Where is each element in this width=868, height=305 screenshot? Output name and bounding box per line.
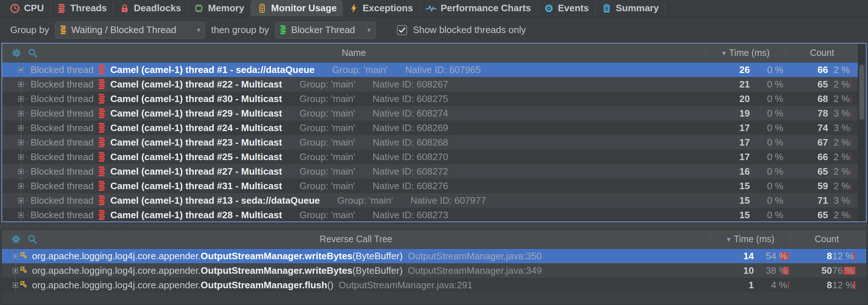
count-percent-value: 2 % xyxy=(828,79,853,90)
backtrace-arrow-icon xyxy=(19,251,29,261)
name-column-header[interactable]: Name xyxy=(2,48,706,58)
time-column-header[interactable]: ▾ Time (ms) xyxy=(711,234,791,244)
blocked-thread-row[interactable]: Blocked thread Camel (camel-1) thread #1… xyxy=(2,193,858,208)
tree-stub xyxy=(24,127,29,128)
backtrace-arrow-icon xyxy=(19,280,29,290)
count-column-header[interactable]: Count xyxy=(786,48,858,58)
time-percent-cell: 38 % xyxy=(754,265,790,276)
blocked-threads-table: Name ▾ Time (ms) Count Blocked thread xyxy=(1,43,867,222)
blocked-thread-row[interactable]: Blocked thread Camel (camel-1) thread #3… xyxy=(2,92,858,106)
expand-plus-icon[interactable] xyxy=(18,140,24,145)
count-percent-cell: 3 % xyxy=(828,122,853,134)
time-percent-cell: 0 % xyxy=(750,64,786,76)
tab-summary[interactable]: Summary xyxy=(595,0,665,16)
expand-plus-icon[interactable] xyxy=(18,67,24,73)
blocked-thread-row[interactable]: Blocked thread Camel (camel-1) thread #2… xyxy=(2,208,858,221)
count-percent-value: 76 % xyxy=(832,265,857,276)
count-value: 8 xyxy=(790,251,832,262)
time-percent-value: 0 % xyxy=(750,180,786,192)
row-type-label: Blocked thread xyxy=(31,180,93,192)
search-icon[interactable] xyxy=(28,48,38,58)
checkmark-icon xyxy=(399,28,405,32)
expand-plus-icon[interactable] xyxy=(13,268,18,273)
count-value: 65 xyxy=(786,210,828,221)
blocked-thread-row[interactable]: Blocked thread Camel (camel-1) thread #2… xyxy=(2,164,858,179)
time-column-header[interactable]: ▾ Time (ms) xyxy=(706,48,786,58)
count-percent-value: 2 % xyxy=(828,64,853,76)
expand-plus-icon[interactable] xyxy=(13,282,18,288)
time-percent-value: 38 % xyxy=(754,265,790,276)
row-type-label: Blocked thread xyxy=(31,79,93,90)
view-settings-gear-icon[interactable] xyxy=(11,234,21,245)
blocked-thread-row[interactable]: Blocked thread Camel (camel-1) thread #2… xyxy=(2,150,858,164)
count-percent-value: 2 % xyxy=(828,166,853,177)
source-location: OutputStreamManager.java:291 xyxy=(339,280,473,291)
view-settings-gear-icon[interactable] xyxy=(11,48,22,58)
expand-plus-icon[interactable] xyxy=(18,212,24,218)
calltree-table-header: Reverse Call Tree ▾ Time (ms) Count xyxy=(2,230,866,249)
time-percent-cell: 0 % xyxy=(750,122,786,134)
expand-plus-icon[interactable] xyxy=(18,183,24,189)
count-value: 68 xyxy=(786,93,828,105)
count-percent-cell: 76 % xyxy=(832,265,857,276)
blocked-thread-row[interactable]: Blocked thread Camel (camel-1) thread #2… xyxy=(2,121,858,135)
tree-stub xyxy=(24,186,29,186)
tab-performance-charts[interactable]: Performance Charts xyxy=(419,0,537,16)
search-icon[interactable] xyxy=(27,234,37,244)
blocked-thread-row[interactable]: Blocked thread Camel (camel-1) thread #2… xyxy=(2,135,858,150)
time-percent-cell: 0 % xyxy=(750,137,786,148)
vertical-scrollbar[interactable] xyxy=(858,44,866,221)
time-percent-value: 0 % xyxy=(750,137,786,148)
group-by-dropdown[interactable]: Waiting / Blocked Thread ▾ xyxy=(55,22,205,38)
blocked-thread-row[interactable]: Blocked thread Camel (camel-1) thread #2… xyxy=(2,77,858,92)
expand-plus-icon[interactable] xyxy=(18,154,24,160)
expand-plus-icon[interactable] xyxy=(18,111,24,116)
time-percent-value: 0 % xyxy=(750,108,786,119)
tab-threads[interactable]: Threads xyxy=(51,0,113,16)
tab-deadlocks[interactable]: Deadlocks xyxy=(113,0,187,16)
thread-name: Camel (camel-1) thread #25 - Multicast xyxy=(110,151,282,163)
expand-plus-icon[interactable] xyxy=(18,198,24,203)
blocked-thread-row[interactable]: Blocked thread Camel (camel-1) thread #3… xyxy=(2,179,858,193)
method-signature: (ByteBuffer) xyxy=(353,265,403,276)
expand-plus-icon[interactable] xyxy=(13,253,18,259)
splitter-handle[interactable] xyxy=(0,222,868,229)
show-blocked-checkbox[interactable] xyxy=(397,25,407,35)
time-percent-cell: 0 % xyxy=(750,79,786,90)
row-type-label: Blocked thread xyxy=(31,108,93,119)
expand-plus-icon[interactable] xyxy=(18,125,24,131)
tab-events[interactable]: Events xyxy=(538,0,595,16)
count-percent-cell: 2 % xyxy=(828,166,853,177)
tab-cpu[interactable]: CPU xyxy=(4,0,50,16)
time-ms-value: 20 xyxy=(706,93,750,105)
call-tree-row[interactable]: org.apache.logging.log4j.core.appender.O… xyxy=(2,249,866,263)
row-type-label: Blocked thread xyxy=(31,93,93,105)
thread-icon xyxy=(98,195,105,206)
time-ms-value: 1 xyxy=(710,280,754,291)
count-percent-cell: 2 % xyxy=(828,64,853,76)
blocked-thread-row[interactable]: Blocked thread Camel (camel-1) thread #2… xyxy=(2,106,858,121)
call-tree-row[interactable]: org.apache.logging.log4j.core.appender.O… xyxy=(2,263,866,278)
tab-label: CPU xyxy=(24,3,44,14)
tab-monitor-usage[interactable]: Monitor Usage xyxy=(251,0,343,16)
time-percent-value: 0 % xyxy=(750,210,786,221)
count-value: 50 xyxy=(790,265,832,276)
blocked-thread-row[interactable]: Blocked thread Camel (camel-1) thread #1… xyxy=(2,62,858,77)
expand-plus-icon[interactable] xyxy=(18,169,24,174)
call-tree-row[interactable]: org.apache.logging.log4j.core.appender.O… xyxy=(2,278,866,292)
tab-memory[interactable]: Memory xyxy=(188,0,250,16)
expand-plus-icon[interactable] xyxy=(18,82,24,87)
count-column-header[interactable]: Count xyxy=(791,234,863,244)
scrollbar-thumb[interactable] xyxy=(859,65,864,120)
method-name: OutputStreamManager.writeBytes xyxy=(201,251,353,262)
thread-group: Group: 'main' xyxy=(300,180,355,192)
threads-table-body: Blocked thread Camel (camel-1) thread #1… xyxy=(2,62,866,221)
thread-group: Group: 'main' xyxy=(300,122,355,134)
then-group-by-dropdown[interactable]: Blocker Thread ▾ xyxy=(275,22,375,38)
show-blocked-label[interactable]: Show blocked threads only xyxy=(413,24,526,36)
expand-plus-icon[interactable] xyxy=(18,96,24,102)
tree-stub xyxy=(24,69,29,70)
tab-exceptions[interactable]: Exceptions xyxy=(343,0,419,16)
thread-icon xyxy=(98,122,105,133)
time-percent-value: 0 % xyxy=(750,93,786,105)
